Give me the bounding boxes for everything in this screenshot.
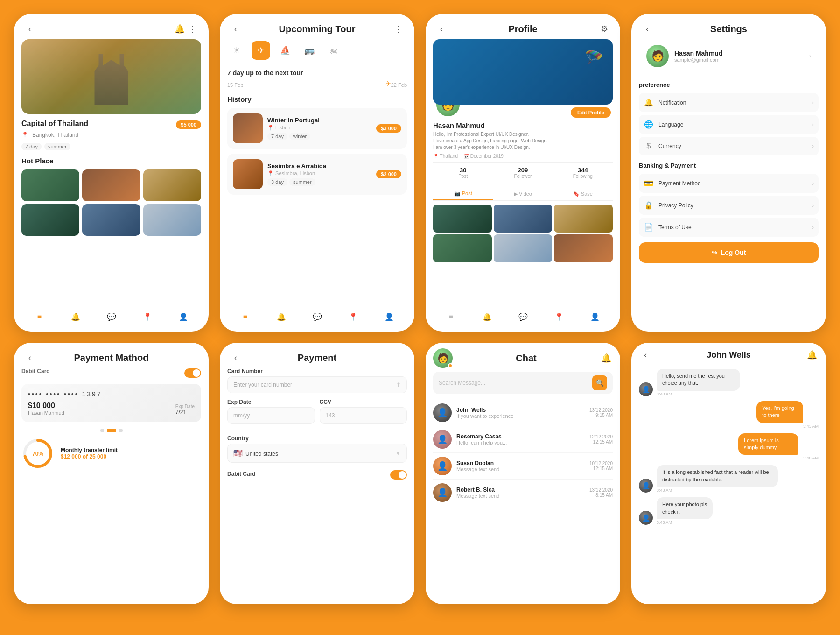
footer-chat-icon[interactable]: 💬 (105, 310, 118, 323)
history-item-2[interactable]: Sesimbra e Arrabida 📍 Sesimbra, Lisbon 3… (227, 154, 407, 195)
footer-notif-icon[interactable]: 🔔 (69, 310, 82, 323)
footer-notif-icon[interactable]: 🔔 (481, 310, 494, 323)
chat-time-4: 8:15 AM (589, 493, 613, 498)
back-button[interactable]: ‹ (641, 22, 654, 35)
tab-sun[interactable]: ☀ (227, 41, 246, 60)
footer-profile-icon[interactable]: 👤 (177, 310, 190, 323)
tab-boat[interactable]: ⛵ (276, 41, 294, 60)
phone2-header: ‹ Upcomming Tour ⋮ (220, 14, 414, 39)
gear-icon[interactable]: ⚙ (598, 22, 611, 35)
back-button[interactable]: ‹ (639, 348, 652, 361)
card-toggle[interactable] (184, 368, 201, 378)
footer-profile-icon[interactable]: 👤 (383, 310, 396, 323)
history-tags-2: 3 day summer (267, 178, 371, 186)
footer-location-icon[interactable]: 📍 (553, 310, 566, 323)
chat-meta-2: 12/12 2020 12:15 AM (589, 434, 613, 444)
footer-profile-icon[interactable]: 👤 (588, 310, 602, 323)
settings-terms[interactable]: 📄 Terms of Use › (639, 218, 819, 237)
chat-item-2[interactable]: 👤 Rosemary Casas Hello, can i help you..… (433, 426, 613, 453)
more-icon[interactable]: ⋮ (186, 22, 199, 35)
chat-item-4[interactable]: 👤 Robert B. Sica Message text send 13/12… (433, 480, 613, 506)
exp-label: Exp Date (227, 399, 315, 405)
search-button[interactable]: 🔍 (592, 375, 607, 390)
chat-msg-1: If you want to experience (456, 413, 585, 419)
notification-icon[interactable]: 🔔 (805, 348, 819, 361)
flag-icon: 🇺🇸 (233, 449, 243, 457)
logout-button[interactable]: ↪ Log Out (639, 242, 819, 263)
notification-icon[interactable]: 🔔 (173, 22, 186, 35)
chat-item-3[interactable]: 👤 Susan Doolan Message text send 10/12 2… (433, 453, 613, 480)
settings-user[interactable]: 🧑 Hasan Mahmud sample@gmail.com › (639, 39, 819, 73)
arrow-icon: › (812, 224, 814, 231)
dot-3[interactable] (119, 429, 123, 432)
footer-chat-icon[interactable]: 💬 (517, 310, 530, 323)
exp-placeholder: mm/yy (233, 412, 250, 419)
debit-toggle[interactable] (390, 470, 407, 480)
back-button[interactable]: ‹ (229, 22, 242, 35)
date-range: 15 Feb 22 Feb (227, 82, 407, 88)
photo-4[interactable] (433, 234, 492, 262)
footer-location-icon[interactable]: 📍 (347, 310, 360, 323)
chat-item-1[interactable]: 👤 John Wells If you want to experience 1… (433, 400, 613, 426)
dot-2[interactable] (107, 429, 116, 432)
photo-1[interactable] (433, 205, 492, 233)
photo-2[interactable] (494, 205, 553, 233)
ccv-input[interactable]: 143 (320, 407, 407, 424)
photo-6[interactable] (554, 234, 613, 262)
footer-filter-icon[interactable]: ≡ (239, 310, 252, 323)
settings-privacy[interactable]: 🔒 Privacy Policy › (639, 196, 819, 215)
msg-time-3: 3:40 AM (738, 456, 819, 460)
hot-cell-6[interactable] (143, 204, 201, 236)
tab-post[interactable]: 📷 Post (433, 188, 493, 200)
chat-time-1: 9:15 AM (589, 413, 613, 418)
back-button[interactable]: ‹ (23, 22, 36, 35)
phone1-body: Capital of Thailand $5 000 📍 Bangkok, Th… (14, 39, 209, 304)
settings-language[interactable]: 🌐 Language › (639, 115, 819, 134)
back-button[interactable]: ‹ (435, 22, 448, 35)
settings-payment-method[interactable]: 💳 Payment Method › (639, 174, 819, 193)
footer-chat-icon[interactable]: 💬 (311, 310, 324, 323)
back-button[interactable]: ‹ (229, 351, 242, 364)
dot-1[interactable] (100, 429, 104, 432)
country-select[interactable]: 🇺🇸United states ▼ (227, 444, 407, 463)
tab-plane[interactable]: ✈ (252, 41, 270, 60)
settings-notification[interactable]: 🔔 Notification › (639, 93, 819, 112)
phone3-header: ‹ Profile ⚙ (426, 14, 620, 39)
notification-icon[interactable]: 🔔 (600, 352, 613, 365)
chat-info-3: Susan Doolan Message text send (456, 460, 585, 472)
profile-meta: 📍 Thailand 📅 December 2019 (433, 154, 613, 159)
phone1-footer: ≡ 🔔 💬 📍 👤 (14, 304, 209, 332)
language-icon: 🌐 (644, 120, 654, 129)
edit-profile-button[interactable]: Edit Profile (571, 107, 611, 118)
settings-currency[interactable]: $ Currency › (639, 137, 819, 155)
tab-save[interactable]: 🔖 Save (553, 188, 613, 200)
footer-notif-icon[interactable]: 🔔 (275, 310, 288, 323)
country-value: United states (245, 451, 278, 457)
hot-cell-3[interactable] (143, 169, 201, 201)
footer-location-icon[interactable]: 📍 (141, 310, 154, 323)
tab-bike[interactable]: 🏍 (324, 41, 343, 60)
photo-3[interactable] (554, 205, 613, 233)
exp-input[interactable]: mm/yy (227, 407, 315, 424)
more-icon[interactable]: ⋮ (392, 22, 405, 35)
card-number-input[interactable]: Enter your card number ⬆ (227, 376, 407, 393)
back-button[interactable]: ‹ (23, 351, 36, 364)
hot-cell-5[interactable] (82, 204, 140, 236)
terms-label: Terms of Use (658, 224, 807, 231)
footer-filter-icon[interactable]: ≡ (445, 310, 458, 323)
tab-video[interactable]: ▶ Video (493, 188, 553, 200)
tab-bus[interactable]: 🚌 (300, 41, 319, 60)
history-item-1[interactable]: Winter in Portugal 📍 Lisbon 7 day winter… (227, 108, 407, 149)
chat-date-1: 13/12 2020 (589, 408, 613, 413)
photo-5[interactable] (494, 234, 553, 262)
hot-cell-1[interactable] (21, 169, 79, 201)
footer-filter-icon[interactable]: ≡ (33, 310, 46, 323)
phone2-title: Upcomming Tour (242, 24, 392, 35)
hot-cell-4[interactable] (21, 204, 79, 236)
card-number: •••• •••• •••• 1397 (28, 390, 195, 398)
banking-section-title: Banking & Payment (639, 158, 819, 172)
hero-overlay (21, 39, 201, 114)
phone-payment: ‹ Payment Card Number Enter your card nu… (220, 343, 414, 604)
hot-cell-2[interactable] (82, 169, 140, 201)
history-info-2: Sesimbra e Arrabida 📍 Sesimbra, Lisbon 3… (267, 162, 371, 186)
